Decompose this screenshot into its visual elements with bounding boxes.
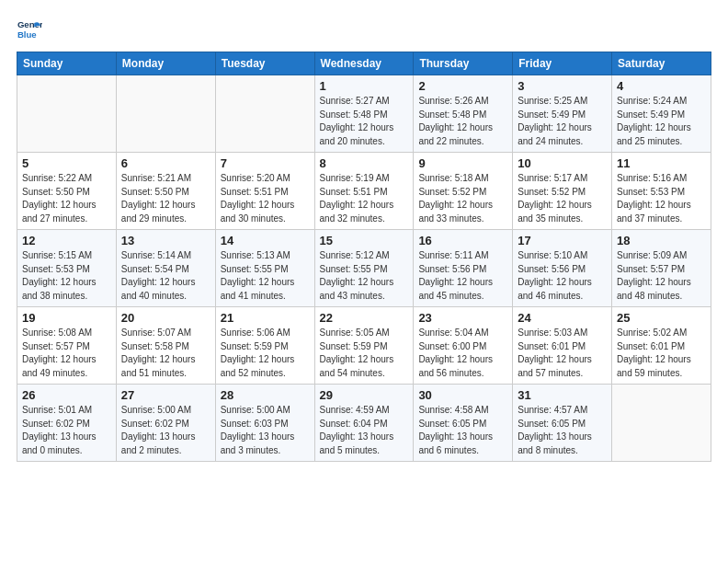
day-info: Sunrise: 5:08 AM Sunset: 5:57 PM Dayligh… xyxy=(22,327,111,380)
day-number: 14 xyxy=(221,234,310,247)
day-info: Sunrise: 5:12 AM Sunset: 5:55 PM Dayligh… xyxy=(320,249,409,303)
day-info: Sunrise: 5:13 AM Sunset: 5:55 PM Dayligh… xyxy=(221,249,310,303)
weekday-header-saturday: Saturday xyxy=(612,52,711,75)
day-number: 19 xyxy=(22,311,111,325)
day-info: Sunrise: 5:00 AM Sunset: 6:02 PM Dayligh… xyxy=(121,404,210,457)
day-number: 2 xyxy=(418,79,507,93)
calendar-cell: 7Sunrise: 5:20 AM Sunset: 5:51 PM Daylig… xyxy=(215,153,314,230)
day-number: 29 xyxy=(320,388,409,402)
day-number: 30 xyxy=(418,388,507,402)
weekday-header-tuesday: Tuesday xyxy=(215,52,314,75)
day-number: 27 xyxy=(121,388,210,402)
day-info: Sunrise: 5:18 AM Sunset: 5:52 PM Dayligh… xyxy=(418,172,507,225)
calendar-cell: 14Sunrise: 5:13 AM Sunset: 5:55 PM Dayli… xyxy=(215,230,314,307)
weekday-header-wednesday: Wednesday xyxy=(314,52,414,75)
day-number: 4 xyxy=(617,79,706,93)
weekday-header-sunday: Sunday xyxy=(17,52,117,75)
calendar-cell: 31Sunrise: 4:57 AM Sunset: 6:05 PM Dayli… xyxy=(513,385,612,462)
calendar-cell: 27Sunrise: 5:00 AM Sunset: 6:02 PM Dayli… xyxy=(116,385,215,462)
day-number: 25 xyxy=(617,311,706,325)
day-number: 17 xyxy=(518,234,607,247)
calendar-table: SundayMondayTuesdayWednesdayThursdayFrid… xyxy=(17,52,711,462)
calendar-cell: 18Sunrise: 5:09 AM Sunset: 5:57 PM Dayli… xyxy=(612,230,711,307)
calendar-cell: 6Sunrise: 5:21 AM Sunset: 5:50 PM Daylig… xyxy=(116,153,215,230)
day-info: Sunrise: 5:09 AM Sunset: 5:57 PM Dayligh… xyxy=(617,249,706,303)
day-info: Sunrise: 5:10 AM Sunset: 5:56 PM Dayligh… xyxy=(518,249,607,303)
calendar-cell: 25Sunrise: 5:02 AM Sunset: 6:01 PM Dayli… xyxy=(612,307,711,385)
day-info: Sunrise: 5:00 AM Sunset: 6:03 PM Dayligh… xyxy=(221,404,310,457)
day-info: Sunrise: 5:24 AM Sunset: 5:49 PM Dayligh… xyxy=(617,95,706,148)
calendar-cell: 3Sunrise: 5:25 AM Sunset: 5:49 PM Daylig… xyxy=(513,75,612,153)
weekday-header-friday: Friday xyxy=(513,52,612,75)
weekday-header-monday: Monday xyxy=(116,52,215,75)
day-number: 1 xyxy=(320,79,409,93)
day-number: 5 xyxy=(22,156,111,170)
calendar-cell: 21Sunrise: 5:06 AM Sunset: 5:59 PM Dayli… xyxy=(215,307,314,385)
day-number: 15 xyxy=(320,234,409,247)
day-info: Sunrise: 5:07 AM Sunset: 5:58 PM Dayligh… xyxy=(121,327,210,380)
weekday-header-thursday: Thursday xyxy=(414,52,513,75)
day-info: Sunrise: 4:57 AM Sunset: 6:05 PM Dayligh… xyxy=(518,404,607,457)
day-number: 10 xyxy=(518,156,607,170)
calendar-cell: 30Sunrise: 4:58 AM Sunset: 6:05 PM Dayli… xyxy=(414,385,513,462)
calendar-cell: 11Sunrise: 5:16 AM Sunset: 5:53 PM Dayli… xyxy=(612,153,711,230)
day-number: 20 xyxy=(121,311,210,325)
calendar-cell: 16Sunrise: 5:11 AM Sunset: 5:56 PM Dayli… xyxy=(414,230,513,307)
calendar-week-row: 1Sunrise: 5:27 AM Sunset: 5:48 PM Daylig… xyxy=(17,75,711,153)
calendar-cell xyxy=(17,75,117,153)
day-number: 24 xyxy=(518,311,607,325)
day-info: Sunrise: 5:25 AM Sunset: 5:49 PM Dayligh… xyxy=(518,95,607,148)
day-number: 13 xyxy=(121,234,210,247)
calendar-cell: 19Sunrise: 5:08 AM Sunset: 5:57 PM Dayli… xyxy=(17,307,117,385)
calendar-cell: 20Sunrise: 5:07 AM Sunset: 5:58 PM Dayli… xyxy=(116,307,215,385)
calendar-cell: 13Sunrise: 5:14 AM Sunset: 5:54 PM Dayli… xyxy=(116,230,215,307)
calendar-cell: 12Sunrise: 5:15 AM Sunset: 5:53 PM Dayli… xyxy=(17,230,117,307)
day-number: 31 xyxy=(518,388,607,402)
day-number: 22 xyxy=(320,311,409,325)
calendar-cell: 10Sunrise: 5:17 AM Sunset: 5:52 PM Dayli… xyxy=(513,153,612,230)
day-info: Sunrise: 5:06 AM Sunset: 5:59 PM Dayligh… xyxy=(221,327,310,380)
calendar-cell xyxy=(612,385,711,462)
day-info: Sunrise: 5:26 AM Sunset: 5:48 PM Dayligh… xyxy=(418,95,507,148)
day-info: Sunrise: 5:19 AM Sunset: 5:51 PM Dayligh… xyxy=(320,172,409,225)
day-number: 18 xyxy=(617,234,706,247)
calendar-cell: 29Sunrise: 4:59 AM Sunset: 6:04 PM Dayli… xyxy=(314,385,414,462)
calendar-week-row: 19Sunrise: 5:08 AM Sunset: 5:57 PM Dayli… xyxy=(17,307,711,385)
day-info: Sunrise: 5:03 AM Sunset: 6:01 PM Dayligh… xyxy=(518,327,607,380)
day-info: Sunrise: 5:22 AM Sunset: 5:50 PM Dayligh… xyxy=(22,172,111,225)
day-info: Sunrise: 5:02 AM Sunset: 6:01 PM Dayligh… xyxy=(617,327,706,380)
calendar-cell: 22Sunrise: 5:05 AM Sunset: 5:59 PM Dayli… xyxy=(314,307,414,385)
svg-text:Blue: Blue xyxy=(17,29,37,40)
day-info: Sunrise: 4:58 AM Sunset: 6:05 PM Dayligh… xyxy=(418,404,507,457)
calendar-cell: 24Sunrise: 5:03 AM Sunset: 6:01 PM Dayli… xyxy=(513,307,612,385)
day-info: Sunrise: 5:04 AM Sunset: 6:00 PM Dayligh… xyxy=(418,327,507,380)
day-number: 9 xyxy=(418,156,507,170)
day-number: 21 xyxy=(221,311,310,325)
day-number: 3 xyxy=(518,79,607,93)
day-info: Sunrise: 5:01 AM Sunset: 6:02 PM Dayligh… xyxy=(22,404,111,457)
calendar-cell: 2Sunrise: 5:26 AM Sunset: 5:48 PM Daylig… xyxy=(414,75,513,153)
day-info: Sunrise: 5:16 AM Sunset: 5:53 PM Dayligh… xyxy=(617,172,706,225)
logo: General Blue xyxy=(17,17,46,42)
day-number: 28 xyxy=(221,388,310,402)
logo-icon: General Blue xyxy=(17,17,42,42)
day-number: 8 xyxy=(320,156,409,170)
calendar-cell xyxy=(215,75,314,153)
day-number: 6 xyxy=(121,156,210,170)
day-info: Sunrise: 5:15 AM Sunset: 5:53 PM Dayligh… xyxy=(22,249,111,303)
calendar-cell: 9Sunrise: 5:18 AM Sunset: 5:52 PM Daylig… xyxy=(414,153,513,230)
day-number: 12 xyxy=(22,234,111,247)
day-number: 26 xyxy=(22,388,111,402)
calendar-cell: 1Sunrise: 5:27 AM Sunset: 5:48 PM Daylig… xyxy=(314,75,414,153)
day-info: Sunrise: 5:27 AM Sunset: 5:48 PM Dayligh… xyxy=(320,95,409,148)
day-number: 7 xyxy=(221,156,310,170)
calendar-cell: 26Sunrise: 5:01 AM Sunset: 6:02 PM Dayli… xyxy=(17,385,117,462)
calendar-week-row: 26Sunrise: 5:01 AM Sunset: 6:02 PM Dayli… xyxy=(17,385,711,462)
day-info: Sunrise: 5:20 AM Sunset: 5:51 PM Dayligh… xyxy=(221,172,310,225)
day-info: Sunrise: 5:05 AM Sunset: 5:59 PM Dayligh… xyxy=(320,327,409,380)
day-number: 16 xyxy=(418,234,507,247)
calendar-cell: 15Sunrise: 5:12 AM Sunset: 5:55 PM Dayli… xyxy=(314,230,414,307)
page-header: General Blue xyxy=(17,17,711,42)
calendar-cell xyxy=(116,75,215,153)
day-info: Sunrise: 5:14 AM Sunset: 5:54 PM Dayligh… xyxy=(121,249,210,303)
